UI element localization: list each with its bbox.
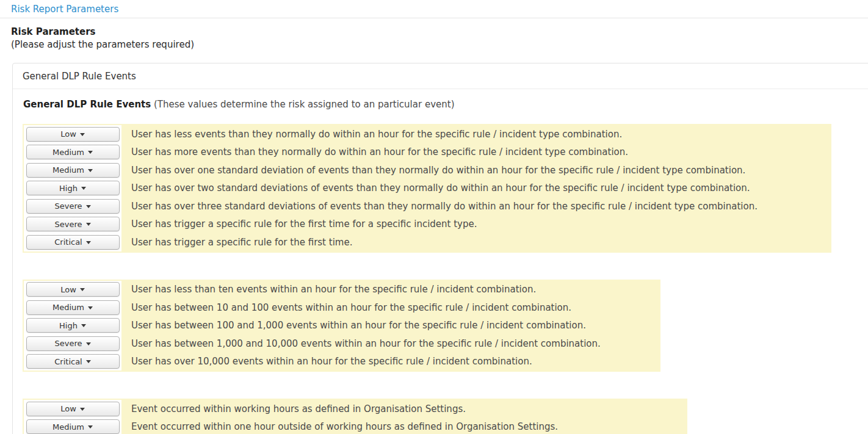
caret-down-icon — [86, 241, 91, 244]
risk-level-label: Medium — [52, 422, 84, 432]
rule-row: Low Event occurred within working hours … — [24, 400, 686, 418]
risk-level-dropdown-button[interactable]: Severe — [26, 199, 120, 214]
rule-description: Event occurred within one hour outside o… — [131, 421, 558, 432]
caret-down-icon — [88, 151, 93, 154]
risk-level-cell: High — [24, 181, 121, 195]
risk-level-label: High — [59, 184, 78, 193]
intro-bold-label: General DLP Rule Events — [23, 99, 151, 110]
risk-level-dropdown-button[interactable]: Critical — [26, 354, 120, 369]
rule-row: Medium User has more events than they no… — [24, 143, 830, 162]
panel-intro-text: General DLP Rule Events (These values de… — [23, 99, 868, 110]
risk-level-label: Severe — [55, 201, 82, 211]
rule-row: Medium User has between 10 and 100 event… — [24, 298, 659, 317]
rule-description: User has over three standard deviations … — [131, 201, 758, 212]
caret-down-icon — [80, 288, 85, 291]
caret-down-icon — [86, 205, 91, 208]
risk-level-label: Low — [60, 404, 76, 413]
rule-description: User has less than ten events within an … — [131, 284, 536, 295]
risk-level-label: Severe — [55, 339, 82, 348]
risk-level-cell: Low — [24, 282, 121, 297]
panel-header-title: General DLP Rule Events — [23, 71, 136, 82]
risk-level-label: Critical — [54, 237, 82, 247]
risk-level-cell: Medium — [24, 300, 121, 315]
caret-down-icon — [81, 324, 86, 327]
caret-down-icon — [81, 187, 86, 190]
top-breadcrumb-bar: Risk Report Parameters — [0, 0, 868, 18]
page-title: Risk Parameters — [11, 26, 868, 38]
risk-level-cell: Critical — [24, 354, 121, 369]
rule-description: Event occurred within working hours as d… — [131, 403, 466, 414]
risk-level-cell: Critical — [24, 235, 121, 250]
general-dlp-rule-events-panel: General DLP Rule Events General DLP Rule… — [12, 63, 868, 434]
risk-level-dropdown-button[interactable]: Low — [26, 127, 120, 142]
caret-down-icon — [86, 360, 91, 363]
risk-level-label: Medium — [52, 148, 84, 157]
rule-description: User has between 10 and 100 events withi… — [131, 302, 571, 313]
risk-level-label: Medium — [52, 303, 84, 312]
rule-description: User has over two standard deviations of… — [131, 183, 750, 193]
caret-down-icon — [88, 169, 93, 172]
risk-level-label: High — [59, 321, 78, 330]
caret-down-icon — [80, 133, 85, 136]
risk-level-dropdown-button[interactable]: Medium — [26, 300, 120, 315]
risk-level-cell: Severe — [24, 336, 121, 351]
risk-level-dropdown-button[interactable]: Severe — [26, 217, 120, 231]
rule-description: User has trigger a specific rule for the… — [131, 219, 477, 230]
risk-level-cell: Severe — [24, 217, 121, 231]
rule-row: Medium User has over one standard deviat… — [24, 161, 830, 179]
risk-level-dropdown-button[interactable]: Low — [26, 282, 120, 297]
rule-description: User has less events than they normally … — [131, 129, 622, 140]
risk-level-dropdown-button[interactable]: Severe — [26, 336, 120, 351]
risk-level-label: Medium — [52, 165, 84, 175]
risk-level-dropdown-button[interactable]: Critical — [26, 235, 120, 250]
risk-level-dropdown-button[interactable]: Medium — [26, 419, 120, 434]
risk-level-cell: Medium — [24, 419, 121, 434]
rule-row: Critical User has over 10,000 events wit… — [24, 353, 659, 371]
panel-body: General DLP Rule Events (These values de… — [13, 89, 868, 434]
rule-description: User has over 10,000 events within an ho… — [131, 356, 532, 367]
rule-row: Severe User has trigger a specific rule … — [24, 215, 830, 234]
risk-level-cell: Severe — [24, 199, 121, 214]
rule-row: Low User has less than ten events within… — [24, 281, 659, 299]
rule-description: User has over one standard deviation of … — [131, 165, 745, 176]
caret-down-icon — [86, 342, 91, 345]
caret-down-icon — [80, 408, 85, 411]
intro-description: (These values determine the risk assigne… — [151, 99, 454, 110]
page-title-block: Risk Parameters (Please adjust the param… — [11, 26, 868, 51]
risk-level-dropdown-button[interactable]: Low — [26, 402, 120, 416]
caret-down-icon — [86, 223, 91, 226]
risk-level-cell: Low — [24, 402, 121, 416]
rule-row: Severe User has between 1,000 and 10,000… — [24, 335, 659, 353]
risk-level-cell: Medium — [24, 163, 121, 178]
rule-description: User has more events than they normally … — [131, 146, 628, 157]
caret-down-icon — [88, 306, 93, 309]
rule-description: User has between 1,000 and 10,000 events… — [131, 338, 601, 349]
rule-row: High User has between 100 and 1,000 even… — [24, 317, 659, 335]
panel-header: General DLP Rule Events — [13, 63, 868, 89]
breadcrumb-risk-report-parameters-link[interactable]: Risk Report Parameters — [11, 4, 118, 15]
risk-group-anomaly: Low User has less events than they norma… — [23, 124, 831, 253]
group-rows: Low User has less events than they norma… — [24, 125, 830, 251]
risk-level-cell: Low — [24, 127, 121, 142]
risk-level-dropdown-button[interactable]: High — [26, 181, 120, 195]
caret-down-icon — [88, 425, 93, 429]
rule-row: Critical User has trigger a specific rul… — [24, 233, 830, 251]
risk-level-dropdown-button[interactable]: Medium — [26, 163, 120, 178]
rule-description: User has trigger a specific rule for the… — [131, 237, 352, 248]
rule-description: User has between 100 and 1,000 events wi… — [131, 320, 586, 331]
group-rows: Low User has less than ten events within… — [24, 281, 659, 371]
rule-row: Low User has less events than they norma… — [24, 125, 830, 143]
risk-level-dropdown-button[interactable]: High — [26, 318, 120, 333]
risk-group-working-hours: Low Event occurred within working hours … — [23, 399, 687, 434]
group-rows: Low Event occurred within working hours … — [24, 400, 686, 434]
risk-level-label: Low — [60, 285, 76, 294]
risk-group-volume: Low User has less than ten events within… — [23, 280, 660, 372]
rule-row: Severe User has over three standard devi… — [24, 197, 830, 215]
risk-level-label: Critical — [54, 357, 82, 366]
rule-row: Medium Event occurred within one hour ou… — [24, 418, 686, 434]
page-subtitle: (Please adjust the parameters required) — [11, 38, 868, 51]
risk-level-dropdown-button[interactable]: Medium — [26, 145, 120, 159]
risk-level-cell: High — [24, 318, 121, 333]
rule-row: High User has over two standard deviatio… — [24, 179, 830, 198]
risk-level-label: Severe — [55, 220, 82, 229]
